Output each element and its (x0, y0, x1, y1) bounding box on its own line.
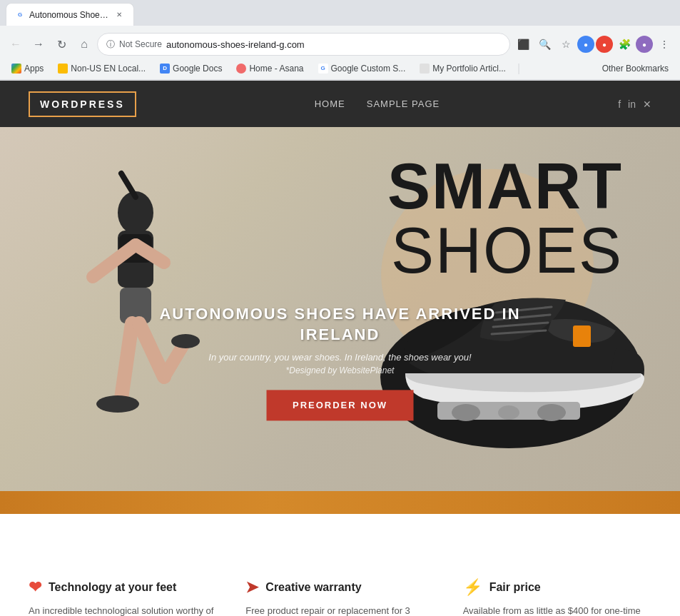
nav-home[interactable]: HOME (315, 99, 345, 109)
other-bookmarks[interactable]: Other Bookmarks (597, 62, 674, 75)
section-gap (0, 514, 680, 535)
zoom-button[interactable]: 🔍 (534, 34, 554, 54)
browser-toolbar: ← → ↻ ⌂ ⓘ Not Secure autonomous-shoes-ir… (0, 26, 680, 57)
feature-warranty: ➤ Creative warranty Free product repair … (245, 578, 434, 616)
avatar-button[interactable]: ● (636, 36, 653, 53)
url-text: autonomous-shoes-ireland-g.com (166, 39, 305, 50)
browser-chrome: G Autonomous Shoes Ireland ✕ ← → ↻ ⌂ ⓘ N… (0, 0, 680, 81)
docs-favicon: D (160, 64, 170, 74)
feature-warranty-title: ➤ Creative warranty (245, 578, 434, 597)
bookmark-google-custom-label: Google Custom S... (331, 64, 406, 74)
linkedin-icon[interactable]: in (628, 99, 636, 110)
apps-favicon (11, 64, 21, 74)
bookmark-portfolio[interactable]: My Portfolio Articl... (414, 62, 512, 75)
back-button[interactable]: ← (6, 34, 26, 54)
security-label: Not Secure (119, 39, 162, 49)
bookmark-google-docs-label: Google Docs (173, 64, 222, 74)
bookmark-asana[interactable]: Home - Asana (230, 62, 309, 75)
locale-favicon (58, 64, 68, 74)
feature-technology: ❤ Technology at your feet An incredible … (29, 578, 217, 616)
bookmark-button[interactable]: ☆ (556, 34, 576, 54)
browser-actions: ⬛ 🔍 ☆ ● ● 🧩 ● ⋮ (513, 34, 674, 54)
cast-button[interactable]: ⬛ (513, 34, 533, 54)
tab-favicon: G (15, 10, 25, 20)
feature-price: ⚡ Fair price Available from as little as… (463, 578, 651, 616)
feature-warranty-desc: Free product repair or replacement for 3… (245, 604, 434, 616)
bolt-icon: ⚡ (463, 578, 482, 597)
site-navigation: WORDPRESS HOME SAMPLE PAGE f in ✕ (0, 81, 680, 127)
feature-price-title: ⚡ Fair price (463, 578, 651, 597)
heart-icon: ❤ (29, 578, 41, 597)
feature-price-desc: Available from as little as $400 for one… (463, 604, 651, 616)
tabs-bar: G Autonomous Shoes Ireland ✕ (0, 0, 680, 26)
hero-section: SMART SHOES AUTONOMOUS SHOES HAVE ARRIVE… (0, 127, 680, 491)
twitter-icon[interactable]: ✕ (643, 99, 651, 110)
extensions-button[interactable]: 🧩 (614, 34, 634, 54)
asana-favicon (236, 64, 246, 74)
preorder-button[interactable]: PREORDER NOW (267, 390, 413, 421)
orange-stripe (0, 491, 680, 514)
site-logo[interactable]: WORDPRESS (29, 91, 136, 117)
tab-title: Autonomous Shoes Ireland (29, 10, 109, 20)
hero-title-smart: SMART (0, 154, 623, 218)
feature-technology-desc: An incredible technological solution wor… (29, 604, 217, 616)
address-bar[interactable]: ⓘ Not Secure autonomous-shoes-ireland-g.… (97, 33, 510, 56)
paper-plane-icon: ➤ (245, 578, 258, 597)
forward-button[interactable]: → (29, 34, 49, 54)
bookmark-apps[interactable]: Apps (6, 62, 49, 75)
google-favicon: G (318, 64, 328, 74)
bookmarks-bar: Apps Non-US EN Local... D Google Docs Ho… (0, 57, 680, 80)
nav-sample-page[interactable]: SAMPLE PAGE (367, 99, 440, 109)
bookmark-google-custom[interactable]: G Google Custom S... (313, 62, 412, 75)
hero-text-content: SMART SHOES AUTONOMOUS SHOES HAVE ARRIVE… (0, 197, 680, 420)
features-section: ❤ Technology at your feet An incredible … (0, 535, 680, 616)
tab-close-btn[interactable]: ✕ (113, 9, 125, 21)
hero-tagline: In your country, you wear shoes. In Irel… (0, 353, 680, 363)
account-btn-1[interactable]: ● (577, 36, 594, 53)
site-nav-links: HOME SAMPLE PAGE (315, 99, 440, 109)
bookmark-google-docs[interactable]: D Google Docs (154, 62, 228, 75)
menu-button[interactable]: ⋮ (654, 34, 674, 54)
bookmark-portfolio-label: My Portfolio Articl... (432, 64, 506, 74)
site-nav-social: f in ✕ (618, 99, 651, 110)
facebook-icon[interactable]: f (618, 99, 621, 110)
portfolio-favicon (420, 64, 430, 74)
home-button[interactable]: ⌂ (74, 34, 94, 54)
active-tab[interactable]: G Autonomous Shoes Ireland ✕ (6, 3, 134, 26)
bookmark-apps-label: Apps (24, 64, 44, 74)
security-icon: ⓘ (106, 39, 115, 51)
bookmark-non-us-label: Non-US EN Local... (71, 64, 146, 74)
hero-title-shoes: SHOES (0, 218, 623, 283)
hero-designed-by: *Designed by WebsitePlanet (0, 366, 680, 376)
feature-technology-title: ❤ Technology at your feet (29, 578, 217, 597)
bookmark-asana-label: Home - Asana (249, 64, 303, 74)
hero-subtitle: AUTONOMOUS SHOES HAVE ARRIVED IN IRELAND (0, 304, 680, 345)
other-bookmarks-label: Other Bookmarks (602, 64, 669, 74)
reload-button[interactable]: ↻ (51, 34, 71, 54)
account-btn-2[interactable]: ● (596, 36, 613, 53)
bookmark-non-us[interactable]: Non-US EN Local... (52, 62, 151, 75)
